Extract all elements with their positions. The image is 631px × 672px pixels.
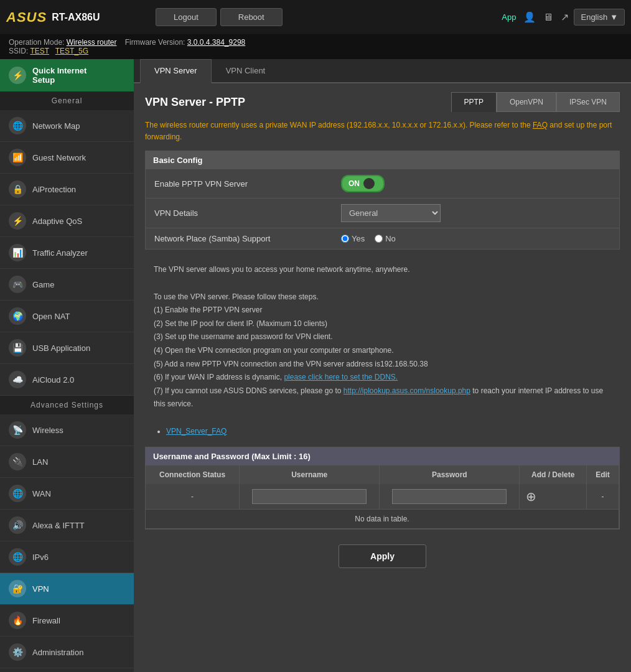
faq-link[interactable]: FAQ (533, 121, 548, 129)
enable-pptp-toggle[interactable]: ON (341, 175, 385, 192)
col-username: Username (240, 465, 380, 484)
samba-yes-label[interactable]: Yes (341, 234, 365, 243)
enable-pptp-row: Enable PPTP VPN Server ON (146, 169, 619, 198)
sidebar-item-aiprotection[interactable]: 🔒 AiProtection (0, 174, 134, 205)
password-input[interactable] (392, 489, 507, 504)
user-table-header: Username and Password (Max Limit : 16) (146, 447, 619, 465)
tab-vpn-client[interactable]: VPN Client (212, 59, 280, 82)
share-icon[interactable]: ↗ (561, 11, 569, 23)
adaptive-qos-icon: ⚡ (9, 212, 26, 230)
sidebar-general-title: General (0, 91, 134, 110)
reboot-button[interactable]: Reboot (220, 8, 283, 26)
no-data-row: No data in table. (146, 510, 619, 529)
monitor-icon[interactable]: 🖥 (543, 12, 553, 23)
vpn-tab-ipsec[interactable]: IPSec VPN (556, 92, 620, 112)
info-line-5: (3) Set up the username and password for… (154, 330, 611, 344)
sidebar-item-quick-setup[interactable]: ⚡ Quick InternetSetup (0, 59, 134, 91)
sidebar-item-wan[interactable]: 🌐 WAN (0, 478, 134, 510)
iplookup-link[interactable]: http://iplookup.asus.com/nslookup.php (344, 386, 470, 395)
language-selector[interactable]: English ▼ (574, 9, 625, 26)
aiprotection-icon: 🔒 (9, 180, 26, 198)
col-add-delete: Add / Delete (520, 465, 587, 484)
info-line-1: The VPN server allows you to access your… (154, 263, 611, 277)
table-header-row: Connection Status Username Password Add … (146, 465, 619, 484)
sidebar-item-system-log[interactable]: 📋 System Log (0, 668, 134, 672)
col-connection-status: Connection Status (146, 465, 240, 484)
sidebar-advanced-title: Advanced Settings (0, 396, 134, 414)
sidebar-item-lan[interactable]: 🔌 LAN (0, 446, 134, 478)
samba-no-radio[interactable] (375, 235, 383, 243)
vpn-details-select[interactable]: General Advanced (341, 204, 441, 222)
sidebar-item-network-map[interactable]: 🌐 Network Map (0, 110, 134, 142)
logout-button[interactable]: Logout (156, 8, 217, 26)
game-icon: 🎮 (9, 276, 26, 293)
ssid-test-link[interactable]: TEST (30, 47, 49, 55)
sidebar-item-traffic-analyzer[interactable]: 📊 Traffic Analyzer (0, 237, 134, 269)
usb-icon: 💾 (9, 339, 26, 357)
network-map-icon: 🌐 (9, 117, 26, 134)
model-name: RT-AX86U (52, 12, 100, 23)
aicloud-icon: ☁️ (9, 371, 26, 388)
user-icon[interactable]: 👤 (523, 11, 536, 23)
apply-section: Apply (145, 538, 620, 577)
no-data-message: No data in table. (146, 510, 619, 529)
samba-support-label: Network Place (Samba) Support (154, 234, 341, 243)
vpn-tab-openvpn[interactable]: OpenVPN (497, 92, 556, 112)
sidebar-item-game[interactable]: 🎮 Game (0, 269, 134, 301)
sidebar-item-open-nat[interactable]: 🌍 Open NAT (0, 301, 134, 332)
sidebar-item-label: LAN (32, 457, 48, 467)
status-info: Operation Mode: Wireless router Firmware… (9, 38, 245, 55)
sidebar-item-label: Alexa & IFTTT (32, 521, 85, 530)
apply-button[interactable]: Apply (339, 544, 426, 568)
col-password: Password (380, 465, 520, 484)
quick-setup-icon: ⚡ (9, 67, 26, 84)
info-line-4: (2) Set the IP pool for client IP. (Maxi… (154, 317, 611, 331)
top-icons: App 👤 🖥 ↗ (502, 11, 569, 23)
table-input-row: - ⊕ - (146, 484, 619, 510)
sidebar-item-ipv6[interactable]: 🌐 IPv6 (0, 541, 134, 573)
sidebar-item-administration[interactable]: ⚙️ Administration (0, 637, 134, 668)
sidebar-item-label: WAN (32, 489, 51, 498)
user-table-section: Username and Password (Max Limit : 16) C… (145, 447, 620, 530)
vpn-details-value: General Advanced (341, 204, 610, 222)
asus-logo: ASUS (6, 9, 47, 26)
sidebar-item-firewall[interactable]: 🔥 Firewall (0, 605, 134, 637)
wireless-icon: 📡 (9, 421, 26, 439)
alexa-icon: 🔊 (9, 516, 26, 534)
sidebar-item-label: AiCloud 2.0 (32, 375, 74, 385)
samba-support-row: Network Place (Samba) Support Yes No (146, 228, 619, 249)
info-line-9: (7) If you cannot use ASUS DDNS services… (154, 385, 611, 411)
edit-dash: - (586, 484, 619, 510)
top-nav: Logout Reboot (156, 8, 502, 26)
ssid-label: SSID: (9, 47, 28, 55)
samba-no-label[interactable]: No (375, 234, 396, 243)
app-link[interactable]: App (502, 12, 516, 22)
tab-vpn-server[interactable]: VPN Server (140, 59, 212, 83)
add-user-button[interactable]: ⊕ (526, 489, 536, 504)
vpn-faq-link[interactable]: VPN_Server_FAQ (166, 427, 227, 436)
content-inner: VPN Server - PPTP PPTP OpenVPN IPSec VPN… (134, 83, 631, 586)
sidebar-item-alexa[interactable]: 🔊 Alexa & IFTTT (0, 510, 134, 541)
ddns-link[interactable]: please click here to set the DDNS. (284, 373, 398, 381)
status-bar: Operation Mode: Wireless router Firmware… (0, 34, 631, 59)
vpn-server-title: VPN Server - PPTP (145, 96, 245, 109)
sidebar-item-label: IPv6 (32, 553, 49, 562)
sidebar-item-label: Open NAT (32, 312, 70, 321)
sidebar-item-label: Traffic Analyzer (32, 248, 88, 258)
sidebar-item-adaptive-qos[interactable]: ⚡ Adaptive QoS (0, 205, 134, 237)
sidebar-item-vpn[interactable]: 🔐 VPN (0, 573, 134, 605)
connection-status-dash: - (146, 484, 240, 510)
content-area: VPN Server VPN Client VPN Server - PPTP … (134, 59, 631, 672)
enable-pptp-label: Enable PPTP VPN Server (154, 179, 341, 189)
info-text: The VPN server allows you to access your… (145, 256, 620, 447)
sidebar-item-guest-network[interactable]: 📶 Guest Network (0, 142, 134, 174)
vpn-tab-pptp[interactable]: PPTP (451, 92, 497, 112)
info-line-8: (6) If your WAN IP address is dynamic, p… (154, 371, 611, 385)
sidebar-item-usb-application[interactable]: 💾 USB Application (0, 332, 134, 364)
username-input[interactable] (252, 489, 367, 504)
info-line-2: To use the VPN server. Please follow the… (154, 291, 611, 304)
sidebar-item-wireless[interactable]: 📡 Wireless (0, 414, 134, 446)
samba-yes-radio[interactable] (341, 235, 349, 243)
sidebar-item-aicloud[interactable]: ☁️ AiCloud 2.0 (0, 364, 134, 396)
ssid-test5g-link[interactable]: TEST_5G (55, 47, 88, 55)
